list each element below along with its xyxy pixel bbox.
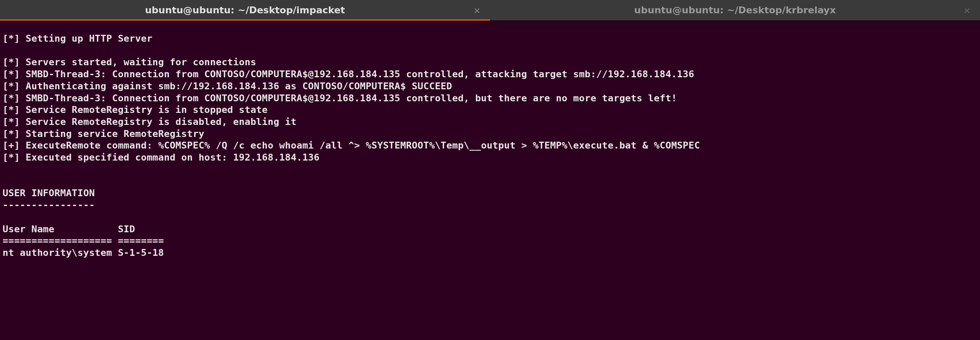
tab-impacket[interactable]: ubuntu@ubuntu: ~/Desktop/impacket × bbox=[0, 0, 490, 20]
tab-bar: ubuntu@ubuntu: ~/Desktop/impacket × ubun… bbox=[0, 0, 980, 21]
tab-title: ubuntu@ubuntu: ~/Desktop/impacket bbox=[145, 5, 345, 15]
tab-title: ubuntu@ubuntu: ~/Desktop/krbrelayx bbox=[634, 5, 836, 15]
terminal-output[interactable]: [*] Setting up HTTP Server [*] Servers s… bbox=[0, 30, 980, 264]
tab-krbrelayx[interactable]: ubuntu@ubuntu: ~/Desktop/krbrelayx × bbox=[490, 0, 980, 20]
close-icon[interactable]: × bbox=[963, 5, 971, 15]
close-icon[interactable]: × bbox=[473, 5, 481, 15]
